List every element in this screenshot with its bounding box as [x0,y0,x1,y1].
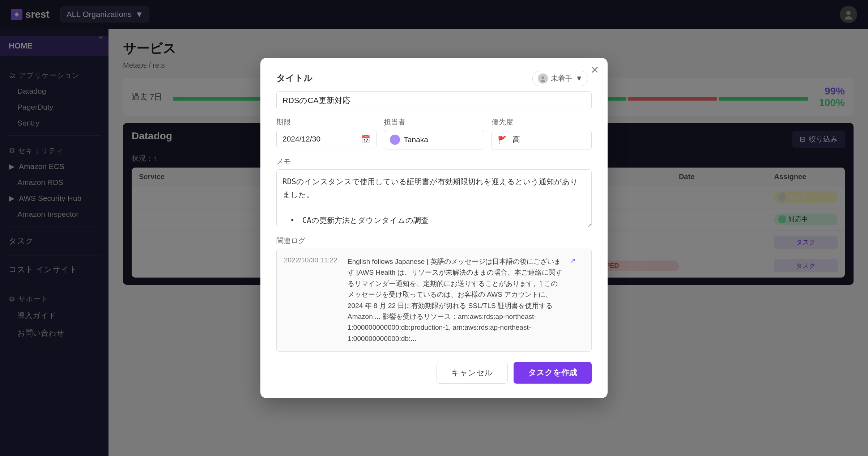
deadline-label: 期限 [276,117,376,127]
calendar-icon: 📅 [361,135,370,143]
assignee-value: Tanaka [404,135,428,144]
priority-field: 優先度 🚩 高 [492,117,592,149]
memo-textarea[interactable]: RDSのインスタンスで使用している証明書が有効期限切れを迎えるという通知がありま… [276,169,592,227]
assignee-input[interactable]: T Tanaka [384,130,484,149]
deadline-input[interactable]: 2024/12/30 📅 [276,130,376,148]
assignee-field: 担当者 T Tanaka [384,117,484,149]
svg-point-3 [541,80,545,82]
log-external-link-icon[interactable]: ↗ [570,256,584,265]
modal-fields-row: 期限 2024/12/30 📅 担当者 T Tanaka 優先度 🚩 高 [276,117,592,149]
assignee-label: 担当者 [384,117,484,127]
svg-point-2 [541,76,544,79]
log-text: English follows Japanese | 英語のメッセージは日本語の… [348,256,564,344]
deadline-value: 2024/12/30 [282,135,320,143]
priority-input[interactable]: 🚩 高 [492,130,592,149]
unassigned-chevron: ▼ [575,74,583,83]
log-timestamp: 2022/10/30 11:22 [284,256,342,264]
cancel-button[interactable]: キャンセル [437,362,508,384]
log-container: 2022/10/30 11:22 English follows Japanes… [276,249,592,352]
unassigned-label: 未着手 [551,73,573,83]
unassigned-avatar [538,73,548,84]
modal-overlay: ✕ 未着手 ▼ タイトル 期限 2024/12/30 📅 [0,0,868,456]
log-label: 関連ログ [276,236,592,246]
memo-label: メモ [276,157,592,166]
modal-close-button[interactable]: ✕ [591,65,599,75]
task-modal: ✕ 未着手 ▼ タイトル 期限 2024/12/30 📅 [260,58,608,398]
deadline-field: 期限 2024/12/30 📅 [276,117,376,149]
modal-title-input[interactable] [276,91,592,110]
priority-value: 高 [512,135,520,145]
assignee-avatar: T [390,135,400,145]
create-task-button[interactable]: タスクを作成 [514,362,592,384]
log-row: 2022/10/30 11:22 English follows Japanes… [284,256,584,344]
modal-unassigned-badge[interactable]: 未着手 ▼ [532,71,588,86]
modal-footer: キャンセル タスクを作成 [276,362,592,384]
priority-flag-icon: 🚩 [498,135,507,144]
priority-label: 優先度 [492,117,592,127]
